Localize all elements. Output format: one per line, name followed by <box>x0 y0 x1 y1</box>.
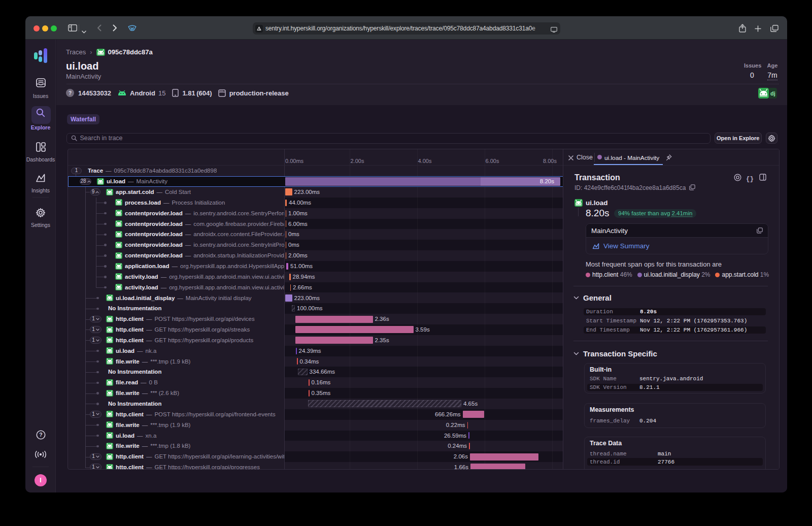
svg-text:?: ? <box>39 432 42 438</box>
